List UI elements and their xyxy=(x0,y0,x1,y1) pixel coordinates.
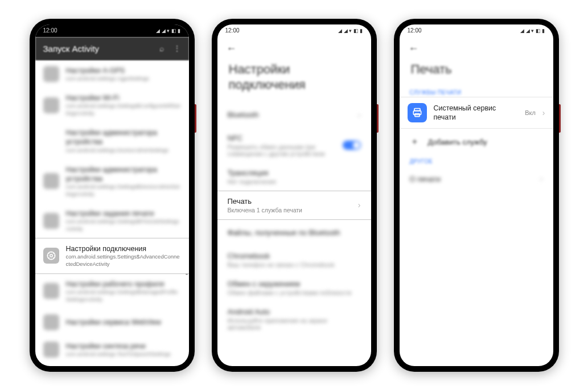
app-icon xyxy=(43,66,59,82)
list-item[interactable]: Настройки администратора устройстваcom.a… xyxy=(35,159,189,203)
chevron-right-icon: › xyxy=(358,200,361,210)
printer-icon xyxy=(408,103,427,122)
section-other: ДРУГОЕ xyxy=(400,155,553,166)
app-icon xyxy=(43,133,59,149)
chevron-right-icon: › xyxy=(540,174,543,183)
settings-icon xyxy=(43,248,59,264)
list-item[interactable]: Настройки Wi-Ficom.android.settings.Sett… xyxy=(35,88,189,122)
header-title: Запуск Activity xyxy=(43,44,159,54)
app-icon xyxy=(43,97,59,113)
nearby-share-row[interactable]: Обмен с окружением Обмен файлами с устро… xyxy=(217,274,371,302)
status-icons: ◢ ◢ ▾ ◧ ▮ xyxy=(156,28,180,34)
list-item[interactable]: Настройки задания печатиcom.android.sett… xyxy=(35,203,189,238)
about-print-row[interactable]: О печати › xyxy=(400,166,553,192)
section-print-services: СЛУЖБЫ ПЕЧАТИ xyxy=(400,86,553,97)
chevron-right-icon: › xyxy=(542,108,545,117)
list-item[interactable]: Настройки синтеза речиcom.android.settin… xyxy=(35,336,189,364)
chromebook-row[interactable]: Chromebook Ваш телефон не связан с Chrom… xyxy=(217,246,371,274)
service-title: Системный сервис печати xyxy=(434,104,519,122)
list-item[interactable]: Настройки A-GPScom.android.settings.Agps… xyxy=(35,60,189,88)
phone-screen-3: 12:00 ◢ ◢ ▾ ◧ ▮ ← Печать СЛУЖБЫ ПЕЧАТИ С… xyxy=(400,24,553,366)
back-icon[interactable]: ← xyxy=(409,43,419,55)
status-bar: 12:00 ◢ ◢ ▾ ◧ ▮ xyxy=(400,24,553,37)
status-bar: 12:00 ◢ ◢ ▾ ◧ ▮ xyxy=(217,24,371,37)
settings-header: ← xyxy=(217,37,371,57)
svg-point-0 xyxy=(47,252,55,260)
add-service-label: Добавить службу xyxy=(428,138,487,146)
plus-icon: + xyxy=(410,137,420,147)
phone-mockup-2: 12:00 ◢ ◢ ▾ ◧ ▮ ← Настройки подключения … xyxy=(212,19,377,372)
svg-rect-4 xyxy=(414,114,419,117)
print-row[interactable]: Печать Включена 1 служба печати › xyxy=(217,191,371,220)
list-item[interactable]: Настройки сервиса WebView xyxy=(35,309,189,336)
status-icons: ◢ ◢ ▾ ◧ ▮ xyxy=(520,28,545,34)
app-icon xyxy=(43,213,59,229)
chevron-right-icon: › xyxy=(358,110,361,120)
status-icons: ◢ ◢ ▾ ◧ ▮ xyxy=(338,28,363,34)
phone-screen-1: 12:00 ◢ ◢ ▾ ◧ ▮ Запуск Activity ⌕ ⋮ Наст… xyxy=(35,24,189,366)
add-service-row[interactable]: + Добавить службу xyxy=(400,129,553,155)
list-item-connection-settings[interactable]: Настройки подключения com.android.settin… xyxy=(35,238,189,274)
bluetooth-row[interactable]: Bluetooth › xyxy=(217,102,371,128)
phone-mockup-3: 12:00 ◢ ◢ ▾ ◧ ▮ ← Печать СЛУЖБЫ ПЕЧАТИ С… xyxy=(394,19,559,372)
print-title: Печать xyxy=(228,197,358,206)
app-icon xyxy=(43,342,59,358)
app-icon xyxy=(43,314,59,330)
svg-point-1 xyxy=(50,254,52,257)
cast-row[interactable]: Трансляция Нет подключения xyxy=(217,163,371,191)
header-actions: ⌕ ⋮ xyxy=(159,44,181,53)
list-item[interactable]: Настройки спец. возможностейcom.android.… xyxy=(35,363,189,366)
nfc-toggle[interactable] xyxy=(343,141,361,150)
status-bar: 12:00 ◢ ◢ ▾ ◧ ▮ xyxy=(35,24,189,37)
item-title: Настройки подключения xyxy=(66,244,181,253)
service-status: Вкл xyxy=(525,109,536,116)
bluetooth-files-row[interactable]: Файлы, полученные по Bluetooth xyxy=(217,220,371,246)
app-icon xyxy=(43,173,59,189)
list-item[interactable]: Настройки рабочего профиляcom.android.se… xyxy=(35,274,189,309)
back-icon[interactable]: ← xyxy=(227,43,237,55)
nfc-row[interactable]: NFC Разрешить обмен данными при совмещен… xyxy=(217,128,371,163)
status-time: 12:00 xyxy=(225,27,240,34)
phone-screen-2: 12:00 ◢ ◢ ▾ ◧ ▮ ← Настройки подключения … xyxy=(217,24,371,366)
page-title: Печать xyxy=(400,57,553,87)
app-icon xyxy=(43,283,59,299)
system-print-service-row[interactable]: Системный сервис печати Вкл › xyxy=(400,97,553,129)
print-settings-header: ← xyxy=(400,37,553,57)
android-auto-row[interactable]: Android Auto Используйте приложения на э… xyxy=(217,302,371,336)
status-time: 12:00 xyxy=(408,27,422,34)
page-title: Настройки подключения xyxy=(217,57,371,102)
phone-mockup-1: 12:00 ◢ ◢ ▾ ◧ ▮ Запуск Activity ⌕ ⋮ Наст… xyxy=(30,19,195,372)
menu-icon[interactable]: ⋮ xyxy=(173,44,181,53)
activity-launcher-header: Запуск Activity ⌕ ⋮ xyxy=(35,37,189,60)
list-item[interactable]: Настройки администратора устройстваcom.a… xyxy=(35,122,189,159)
search-icon[interactable]: ⌕ xyxy=(159,44,164,53)
item-subtitle: com.android.settings.Settings$AdvancedCo… xyxy=(66,253,181,268)
status-time: 12:00 xyxy=(43,27,57,34)
print-subtitle: Включена 1 служба печати xyxy=(228,207,358,214)
